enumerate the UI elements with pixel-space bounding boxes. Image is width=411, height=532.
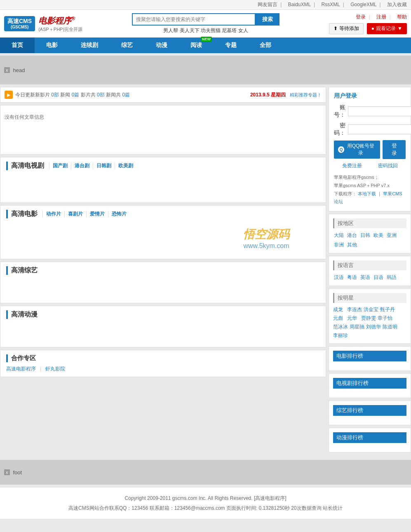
lang-korean[interactable]: 韩語 — [386, 274, 397, 281]
password-row: 密 码： — [334, 122, 406, 137]
tv-filter-domestic[interactable]: 国产剧 — [49, 162, 71, 169]
top-bar: 网友留言 | BaiduXML | RssXML | GoogleXML | 加… — [0, 0, 411, 10]
movie-filter-comedy[interactable]: 喜剧片 — [65, 211, 87, 218]
nav-item-variety[interactable]: 综艺 — [110, 37, 144, 53]
footer: Copyright 2009-2011 gscms.com Inc. All R… — [0, 487, 411, 519]
star-donnie[interactable]: 甄子丹 — [380, 306, 395, 313]
logo-subtitle: (ASP＋PHP)完全开源 — [38, 26, 82, 33]
movie-section: 高清电影 动作片 喜剧片 爱情片 恐怖片 悟空源码 www.5kym.com — [0, 205, 326, 259]
variety-section-title: 高清综艺 — [6, 266, 320, 275]
movies-count[interactable]: 0部 — [51, 92, 59, 98]
tv-filter-jpkr[interactable]: 日韩剧 — [93, 162, 115, 169]
qq-icon: Q — [338, 146, 344, 153]
topbar-googlexml[interactable]: GoogleXML — [350, 2, 376, 7]
nav-item-all[interactable]: 全部 — [248, 37, 283, 53]
search-bar: 搜索 — [132, 13, 279, 26]
language-tags: 汉语 粤语 英语 日语 韩語 — [333, 274, 406, 281]
news-count[interactable]: 0篇 — [72, 92, 80, 98]
password-label: 密 码： — [334, 122, 345, 137]
head-banner-close[interactable]: x — [4, 67, 10, 73]
topbar-rssxml[interactable]: RssXML — [322, 2, 340, 7]
region-tag-hktw[interactable]: 港台 — [346, 232, 358, 239]
nav-item-drama[interactable]: 连续剧 — [69, 37, 110, 53]
search-input[interactable] — [132, 13, 256, 26]
movie-filter-action[interactable]: 动作片 — [42, 211, 65, 218]
lang-english[interactable]: 英语 — [359, 274, 371, 281]
tv-rank-title: 电视剧排行榜 — [333, 378, 406, 389]
rec-link[interactable]: 精彩推荐专题！ — [290, 92, 322, 98]
total-count[interactable]: 0部 — [97, 92, 105, 98]
tv-filter-hktw[interactable]: 港台剧 — [71, 162, 93, 169]
logo-main-text: 高速CMS — [7, 18, 32, 25]
region-tag-asia[interactable]: 亚洲 — [386, 232, 397, 239]
language-filter-title: 按语言 — [333, 260, 406, 270]
main-nav: 首页 电影 连续剧 综艺 动漫 NEW 阅读 专题 全部 — [0, 37, 411, 53]
movie-filter-horror[interactable]: 恐怖片 — [108, 211, 130, 218]
star-zhang-ziyi[interactable]: 章子怡 — [378, 315, 392, 322]
update-info: ▶ 今日更新新影片 0部 新闻 0篇 影片共 0部 新闻共 0篇 — [5, 91, 130, 99]
variety-rank-title: 综艺排行榜 — [333, 405, 406, 416]
tv-rank-box: 电视剧排行榜 — [329, 373, 411, 398]
footer-copyright: Copyright 2009-2011 gscms.com Inc. All R… — [4, 493, 407, 503]
login-submit-button[interactable]: 登 录 — [383, 140, 406, 159]
help-link[interactable]: 帮助 — [397, 14, 407, 20]
region-tag-africa[interactable]: 非洲 — [333, 241, 345, 249]
region-tag-western[interactable]: 欧美 — [373, 232, 384, 239]
region-filter-box: 按地区 大陆 港台 日韩 欧美 亚洲 非洲 其他 — [329, 214, 411, 253]
topbar-baiduxml[interactable]: BaiduXML — [288, 2, 311, 7]
lang-chinese[interactable]: 汉语 — [333, 274, 345, 281]
nav-item-read[interactable]: NEW 阅读 — [179, 37, 214, 53]
star-andy[interactable]: 刘德华 — [366, 323, 381, 330]
login-links: 免费注册 密码找回 — [334, 162, 406, 169]
anime-rank-title: 动漫排行榜 — [333, 432, 406, 443]
register-link[interactable]: 注册 — [376, 14, 386, 20]
lang-japanese[interactable]: 日语 — [373, 274, 384, 281]
nav-item-topic[interactable]: 专题 — [214, 37, 248, 53]
nav-item-anime[interactable]: 动漫 — [144, 37, 179, 53]
news2-count[interactable]: 0篇 — [122, 92, 130, 98]
update-icon: ▶ — [5, 91, 13, 99]
star-jet[interactable]: 李连杰 — [347, 306, 362, 313]
nav-item-movie[interactable]: 电影 — [35, 37, 69, 53]
movie-filter-romance[interactable]: 爱情片 — [87, 211, 108, 218]
lang-cantonese[interactable]: 粤语 — [346, 274, 358, 281]
update-text: 今日更新新影片 0部 新闻 0篇 影片共 0部 新闻共 0篇 — [15, 91, 130, 98]
coop-link-gscms[interactable]: 高速电影程序 — [6, 366, 41, 373]
tv-filter-western[interactable]: 欧美剧 — [115, 162, 136, 169]
tv-section-title: 高清电视剧 国产剧 港台剧 日韩剧 欧美剧 — [6, 162, 320, 170]
star-hung[interactable]: 洪金宝 — [364, 306, 378, 313]
star-yuen-wah[interactable]: 元华 — [347, 315, 359, 322]
star-chen-daoming[interactable]: 陈道明 — [383, 323, 397, 330]
star-filter-box: 按明星 成龙 李连杰 洪金宝 甄子丹 元彪 元华 贾静雯 章子怡 范冰冰 周星驰… — [329, 288, 411, 344]
qq-login-button[interactable]: Q 用QQ账号登录 — [334, 141, 380, 159]
star-jackie[interactable]: 成龙 — [333, 306, 345, 313]
local-download-link[interactable]: 本地下载 — [358, 191, 376, 196]
watch-history-button[interactable]: ● 观看记录 ▼ — [367, 23, 407, 34]
free-register-link[interactable]: 免费注册 — [342, 162, 362, 169]
account-label: 账 号： — [334, 104, 345, 119]
coop-link-xiawan[interactable]: 虾丸影院 — [45, 366, 69, 373]
region-tag-jpkr[interactable]: 日韩 — [359, 232, 371, 239]
region-tag-other[interactable]: 其他 — [346, 241, 358, 249]
login-link[interactable]: 登录 — [356, 14, 366, 20]
region-tag-mainland[interactable]: 大陆 — [333, 232, 345, 239]
wait-add-button[interactable]: ⬆ 等待添加 — [329, 23, 364, 34]
star-fan-bingbing[interactable]: 范冰冰 — [333, 323, 348, 330]
search-button[interactable]: 搜索 — [256, 13, 279, 26]
star-chow[interactable]: 周星驰 — [350, 323, 364, 330]
forgot-password-link[interactable]: 密码找回 — [378, 162, 398, 169]
topbar-guestbook[interactable]: 网友留言 — [258, 2, 277, 7]
anime-section-title: 高清动漫 — [6, 310, 320, 319]
left-column: ▶ 今日更新新影片 0部 新闻 0篇 影片共 0部 新闻共 0篇 2013.9.… — [0, 87, 326, 455]
star-yuan-biao[interactable]: 元彪 — [333, 315, 345, 322]
tv-filters: 国产剧 港台剧 日韩剧 欧美剧 — [49, 162, 136, 169]
account-input[interactable] — [348, 106, 411, 116]
head-banner-label: head — [13, 67, 25, 73]
password-input[interactable] — [348, 124, 411, 134]
star-jia-jingwen[interactable]: 贾静雯 — [361, 315, 376, 322]
user-actions: 登录 | 注册 | 帮助 ⬆ 等待添加 ● 观看记录 ▼ — [329, 14, 407, 34]
star-li-lizhen[interactable]: 李丽珍 — [333, 332, 348, 339]
topbar-bookmark[interactable]: 加入收藏 — [387, 2, 407, 7]
nav-item-home[interactable]: 首页 — [0, 37, 35, 53]
foot-banner-close[interactable]: x — [4, 469, 10, 475]
